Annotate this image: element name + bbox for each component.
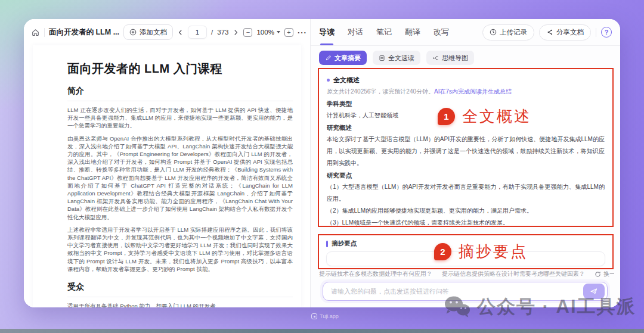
subject-type-value: 计算机科学，人工智能领域: [327, 110, 605, 122]
refresh-suggestions-button[interactable]: 换一换: [595, 270, 614, 278]
brand-text: Tuji.app: [320, 313, 339, 319]
page-separator: /: [211, 29, 213, 36]
document-page: 面向开发者的 LLM 入门课程 简介 LLM 正在逐步改变人们的生活，而对于开发…: [33, 45, 301, 307]
document-title: 面向开发者的 LLM ...: [49, 27, 119, 38]
page-total: 373: [217, 29, 228, 36]
summary-meta-plain: 原文共计240256字，读完预计240分钟。: [327, 88, 434, 95]
summary-card: 全文概述 原文共计240256字，读完预计240分钟。AI在7s内完成阅读并生成…: [318, 68, 614, 227]
help-button[interactable]: ?: [601, 27, 612, 38]
subject-type-label: 学科类型: [327, 98, 605, 110]
bullet-dot-icon: [327, 79, 330, 82]
suggested-question[interactable]: 提示链技术在多模态数据处理中有何应用？: [319, 270, 432, 278]
clock-icon: [490, 29, 497, 36]
chip-speed-read[interactable]: 全文速读: [373, 51, 420, 65]
chip-mindmap[interactable]: 思维导图: [426, 51, 474, 65]
tab-actions: 上传记录 分享文档 ?: [482, 24, 612, 41]
chip-label: 文章摘要: [335, 54, 361, 63]
summary-meta: 原文共计240256字，读完预计240分钟。AI在7s内完成阅读并生成总结: [327, 86, 605, 98]
refresh-icon: [595, 271, 601, 278]
zoom-level-value: 100%: [256, 29, 274, 36]
tab-notes[interactable]: 笔记: [376, 19, 392, 45]
brand-logo-icon: [311, 313, 317, 319]
paper-plane-icon: [590, 287, 598, 295]
tab-guide[interactable]: 导读: [319, 19, 335, 45]
research-points-label: 研究要点: [327, 169, 605, 181]
excerpt-empty-card: [326, 251, 605, 266]
research-point: （1）大型语言模型（LLM）的API开发对开发者而言是重要能力，有助于实现具备更…: [327, 181, 605, 205]
summary-meta-highlight: AI在7s内完成阅读并生成总结: [434, 88, 512, 95]
doc-heading-audience: 受众: [67, 282, 293, 297]
actions-divider: [596, 28, 596, 37]
zoom-level-dropdown[interactable]: 100%: [256, 29, 280, 36]
question-input[interactable]: [323, 282, 608, 301]
refresh-label: 换一换: [603, 270, 614, 278]
excerpt-title: 摘抄要点: [332, 239, 357, 248]
research-overview-value: 本论文探讨了基于大型语言模型（LLM）的API开发的重要性，分析了如何快速、便捷…: [327, 133, 605, 169]
chevron-down-icon: [277, 31, 280, 33]
mindmap-icon: [432, 55, 439, 61]
document-icon: [379, 55, 385, 61]
suggested-question[interactable]: 提示链信息提供策略在设计时需要考虑哪些关键因素？: [442, 270, 585, 278]
summary-card-header: 全文概述: [327, 74, 605, 86]
page-number-input[interactable]: 1: [188, 26, 207, 39]
doc-paragraph: 由吴恩达老师与 OpenAI 合作推出的大模型系列教程，从大模型时代开发者的基础…: [67, 135, 293, 221]
excerpt-header: 摘抄要点: [326, 239, 605, 248]
send-button[interactable]: [583, 284, 605, 299]
section-bar-icon: [326, 241, 328, 247]
next-page-icon[interactable]: [233, 29, 239, 36]
doc-paragraph: LLM 正在逐步改变人们的生活，而对于开发者，如何基于 LLM 提供的 API …: [67, 106, 293, 130]
research-point: （3）LLM领域是一个快速迭代的领域，需要持续关注新技术的发展。: [327, 217, 605, 227]
document-toolbar: 面向开发者的 LLM ... 添加文档 1 / 373 − 100% + ···: [24, 19, 310, 45]
assistant-mode-chips: 文章摘要 全文速读 思维导图: [319, 51, 474, 65]
home-icon[interactable]: [31, 28, 40, 37]
more-options-button[interactable]: ···: [298, 28, 307, 37]
pencil-icon: [325, 55, 332, 61]
doc-heading-title: 面向开发者的 LLM 入门课程: [67, 61, 293, 77]
tab-rewrite[interactable]: 改写: [434, 19, 449, 45]
background-brand: Tuji.app: [311, 313, 339, 319]
research-overview-label: 研究概述: [327, 122, 605, 133]
add-document-button[interactable]: 添加文档: [123, 24, 173, 40]
doc-paragraph: 适用于所有具备基础 Python 能力，想要入门 LLM 的开发者。: [67, 302, 293, 307]
toolbar-divider: [44, 28, 45, 37]
share-document-label: 分享文档: [556, 28, 584, 37]
chip-label: 全文速读: [388, 54, 414, 63]
add-circle-icon: [129, 29, 137, 36]
chip-article-summary[interactable]: 文章摘要: [319, 51, 367, 65]
app-window: 面向开发者的 LLM ... 添加文档 1 / 373 − 100% + ···: [24, 19, 620, 307]
document-panel: 面向开发者的 LLM ... 添加文档 1 / 373 − 100% + ···: [24, 19, 310, 307]
suggested-questions: 提示链技术在多模态数据处理中有何应用？ 提示链信息提供策略在设计时需要考虑哪些关…: [319, 270, 614, 278]
question-input-row: [323, 282, 608, 301]
assistant-tab-bar: 导读 对话 笔记 翻译 改写 上传记录 分享文档 ?: [311, 19, 620, 46]
bottom-edge-bar: [0, 329, 644, 333]
zoom-in-button[interactable]: +: [284, 28, 293, 37]
summary-title: 全文概述: [333, 76, 360, 85]
tab-translate[interactable]: 翻译: [405, 19, 420, 45]
add-document-label: 添加文档: [140, 28, 167, 37]
upload-history-button[interactable]: 上传记录: [482, 24, 534, 41]
excerpt-section: 摘抄要点: [318, 234, 614, 269]
doc-paragraph: 上述教程非常适用于开发者学习以开启基于 LLM 实际搭建应用程序之路。因此，我们…: [67, 226, 293, 273]
upload-history-label: 上传记录: [500, 28, 527, 37]
zoom-out-button[interactable]: −: [243, 28, 252, 37]
doc-heading-intro: 简介: [67, 86, 293, 101]
assistant-panel: 导读 对话 笔记 翻译 改写 上传记录 分享文档 ? 文章摘要: [310, 19, 620, 307]
share-icon: [546, 29, 553, 36]
research-point: （2）集成LLM的应用能够便捷地实现更新颖、更实用的能力，满足用户需求。: [327, 205, 605, 217]
share-document-button[interactable]: 分享文档: [539, 24, 591, 41]
tab-chat[interactable]: 对话: [348, 19, 363, 45]
prev-page-icon[interactable]: [177, 29, 184, 36]
chip-label: 思维导图: [442, 54, 468, 63]
